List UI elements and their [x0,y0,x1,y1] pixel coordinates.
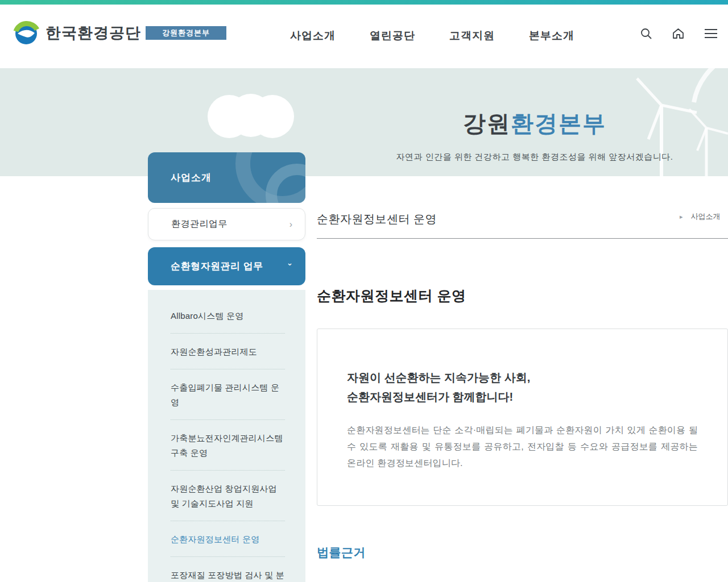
top-accent-bar [0,0,728,5]
hero-text: 강원환경본부 자연과 인간을 위한 건강하고 행복한 환경조성을 위해 앞장서겠… [364,108,705,163]
submenu-item-resource-info-center[interactable]: 순환자원정보센터 운영 [171,521,285,557]
submenu-item-startup-support[interactable]: 자원순환산업 창업지원사업 및 기술지도사업 지원 [171,471,285,521]
breadcrumb[interactable]: ▸ 사업소개 ▸ [680,211,728,222]
home-icon[interactable] [672,27,685,40]
section-title: 순환자원정보센터 운영 [317,286,728,305]
submenu-item-livestock[interactable]: 가축분뇨전자인계관리시스템 구축 운영 [171,420,285,471]
intro-heading-line1: 자원이 선순환하는 지속가능한 사회, [347,368,698,387]
sidebar-title-label: 사업소개 [148,171,212,184]
sidebar-item-env-management[interactable]: 환경관리업무 › [148,208,305,240]
logo-text: 한국환경공단 [46,23,141,43]
intro-heading: 자원이 선순환하는 지속가능한 사회, 순환자원정보센터가 함께합니다! [347,368,698,406]
nav-item-open[interactable]: 열린공단 [353,28,432,43]
breadcrumb-arrow-icon: ▸ [680,213,683,221]
submenu-item-allbaro[interactable]: Allbaro시스템 운영 [171,298,285,334]
intro-body: 순환자원정보센터는 단순 소각·매립되는 폐기물과 순환자원이 가치 있게 순환… [347,422,698,471]
intro-card: 자원이 선순환하는 지속가능한 사회, 순환자원정보센터가 함께합니다! 순환자… [317,329,728,506]
hero-banner: 강원환경본부 자연과 인간을 위한 건강하고 행복한 환경조성을 위해 앞장서겠… [0,68,728,176]
sidebar: 사업소개 환경관리업무 › 순환형자원관리 업무 ⌄ Allbaro시스템 운영… [148,152,305,582]
submenu-item-import-export[interactable]: 수출입폐기물 관리시스템 운영 [171,369,285,420]
chevron-right-icon: › [289,219,292,230]
sidebar-title-card[interactable]: 사업소개 [148,152,305,203]
header-utils [640,27,718,40]
submenu-item-packaging[interactable]: 포장재질 포장방법 검사 및 분리배출표시 재질시험 [171,557,285,582]
nav-item-business[interactable]: 사업소개 [273,28,353,43]
site-logo[interactable]: 한국환경공단 강원환경본부 [13,19,226,47]
branch-badge[interactable]: 강원환경본부 [146,26,226,40]
sidebar-submenu: Allbaro시스템 운영 자원순환성과관리제도 수출입폐기물 관리시스템 운영… [148,290,305,582]
page-header-row: 순환자원정보센터 운영 ▸ 사업소개 ▸ [317,205,728,230]
main-nav: 사업소개 열린공단 고객지원 본부소개 [273,28,592,43]
search-icon[interactable] [640,27,652,40]
nav-item-about[interactable]: 본부소개 [512,28,592,43]
logo-icon [13,19,40,47]
hero-title-accent: 환경본부 [511,111,606,136]
page-title: 순환자원정보센터 운영 [317,211,437,227]
nav-item-support[interactable]: 고객지원 [432,28,512,43]
law-section-heading: 법률근거 [317,544,728,560]
page: 한국환경공단 강원환경본부 사업소개 열린공단 고객지원 본부소개 [0,0,728,582]
submenu-item-performance[interactable]: 자원순환성과관리제도 [171,334,285,369]
breadcrumb-item[interactable]: 사업소개 [690,211,720,222]
intro-heading-line2: 순환자원정보센터가 함께합니다! [347,387,698,406]
hero-subtitle: 자연과 인간을 위한 건강하고 행복한 환경조성을 위해 앞장서겠습니다. [364,152,705,163]
site-header: 한국환경공단 강원환경본부 사업소개 열린공단 고객지원 본부소개 [0,5,728,68]
menu-icon[interactable] [704,28,718,39]
main-content: 순환자원정보센터 운영 ▸ 사업소개 ▸ 순환자원정보센터 운영 자원이 선순환… [317,205,728,582]
hero-title: 강원환경본부 [364,108,705,139]
swirl-decoration [209,152,305,203]
cloud-graphic [206,84,295,149]
sidebar-item-circular-resource[interactable]: 순환형자원관리 업무 ⌄ [148,247,305,285]
chevron-down-icon: ⌄ [287,259,293,267]
divider [317,238,728,239]
